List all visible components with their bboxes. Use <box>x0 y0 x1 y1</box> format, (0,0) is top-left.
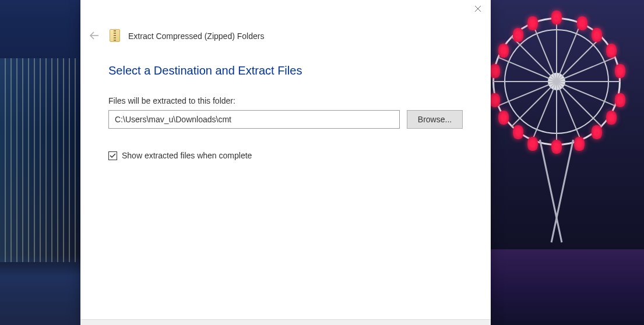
show-files-checkbox[interactable] <box>108 151 117 160</box>
browse-button[interactable]: Browse... <box>407 110 463 129</box>
close-icon <box>475 6 481 12</box>
ferris-support <box>539 140 574 245</box>
dialog-header: Extract Compressed (Zipped) Folders <box>80 26 491 47</box>
zip-folder-icon <box>110 29 121 43</box>
desktop-bg-left <box>0 0 80 325</box>
path-field-label: Files will be extracted to this folder: <box>108 96 463 105</box>
back-button <box>86 28 103 45</box>
water-reflection <box>491 249 644 325</box>
desktop-bg-right <box>491 0 644 325</box>
back-arrow-icon <box>90 31 99 40</box>
dialog-title: Extract Compressed (Zipped) Folders <box>128 31 264 41</box>
checkmark-icon <box>110 153 116 159</box>
ferris-wheel-decoration <box>492 17 621 146</box>
show-files-checkbox-label[interactable]: Show extracted files when complete <box>122 151 252 160</box>
show-files-checkbox-row: Show extracted files when complete <box>108 151 463 160</box>
close-button[interactable] <box>464 0 491 17</box>
page-heading: Select a Destination and Extract Files <box>108 64 463 77</box>
dialog-footer <box>80 319 491 325</box>
dialog-content: Select a Destination and Extract Files F… <box>80 47 491 172</box>
dialog-titlebar <box>80 0 491 26</box>
extract-zip-dialog: Extract Compressed (Zipped) Folders Sele… <box>80 0 491 325</box>
path-input-row: Browse... <box>108 110 463 129</box>
destination-path-input[interactable] <box>108 110 400 129</box>
